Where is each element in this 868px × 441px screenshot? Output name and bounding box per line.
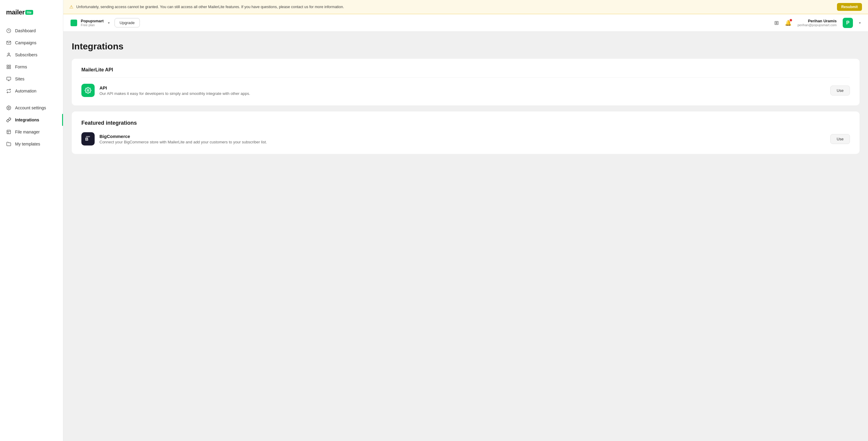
- sidebar-item-sites[interactable]: Sites: [0, 73, 63, 85]
- mailerlite-api-card-title: MailerLite API: [82, 67, 850, 78]
- campaigns-icon: [6, 40, 11, 45]
- sidebar-item-dashboard-label: Dashboard: [15, 28, 36, 33]
- featured-integrations-title: Featured integrations: [82, 120, 850, 126]
- sidebar-item-automation-label: Automation: [15, 89, 36, 93]
- sidebar-item-my-templates-label: My templates: [15, 141, 40, 147]
- svg-rect-3: [7, 65, 8, 67]
- sidebar-item-file-manager-label: File manager: [15, 129, 40, 134]
- svg-rect-7: [7, 77, 10, 80]
- my-templates-icon: [6, 141, 11, 147]
- bigcommerce-use-button[interactable]: Use: [830, 134, 850, 144]
- integrations-icon: [6, 117, 11, 123]
- sidebar-item-forms-label: Forms: [15, 64, 27, 69]
- svg-point-14: [87, 90, 89, 91]
- workspace-name: Popupsmart: [81, 19, 104, 23]
- automation-icon: [6, 88, 11, 94]
- svg-point-10: [8, 107, 9, 108]
- workspace-badge: [70, 20, 77, 26]
- sidebar-item-subscribers-label: Subscribers: [15, 53, 37, 57]
- notification-dot: [789, 19, 792, 21]
- user-info: Perihan Uramis perihan@popupsmart.com: [798, 19, 837, 27]
- workspace-chevron-icon[interactable]: ▾: [108, 21, 110, 25]
- svg-rect-5: [7, 67, 8, 69]
- svg-rect-11: [7, 130, 10, 134]
- sidebar-item-file-manager[interactable]: File manager: [0, 126, 63, 138]
- sidebar-item-my-templates[interactable]: My templates: [0, 138, 63, 150]
- mailerlite-api-card: MailerLite API API Our API makes it easy…: [72, 59, 860, 105]
- sidebar-item-campaigns[interactable]: Campaigns: [0, 37, 63, 49]
- svg-text:B: B: [85, 137, 89, 141]
- bigcommerce-desc: Connect your BigCommerce store with Mail…: [99, 140, 826, 144]
- account-settings-icon: [6, 105, 11, 111]
- main-area: ⚠ Unfortunately, sending access cannot b…: [63, 0, 868, 441]
- api-name: API: [99, 85, 826, 90]
- sidebar-item-integrations-label: Integrations: [15, 118, 39, 122]
- sidebar-item-automation[interactable]: Automation: [0, 85, 63, 97]
- api-icon: [82, 84, 95, 97]
- api-use-button[interactable]: Use: [830, 86, 850, 95]
- bigcommerce-info: BigCommerce Connect your BigCommerce sto…: [99, 134, 826, 144]
- bigcommerce-row: B BigCommerce Connect your BigCommerce s…: [82, 132, 850, 146]
- bigcommerce-name: BigCommerce: [99, 134, 826, 139]
- warning-icon: ⚠: [69, 4, 73, 10]
- api-integration-row: API Our API makes it easy for developers…: [82, 84, 850, 97]
- page-content: Integrations MailerLite API API Our API …: [63, 32, 868, 441]
- user-avatar[interactable]: P: [843, 18, 853, 28]
- upgrade-button[interactable]: Upgrade: [115, 18, 140, 27]
- topbar-right: ⊞ 🔔 Perihan Uramis perihan@popupsmart.co…: [774, 18, 861, 28]
- svg-rect-6: [9, 67, 10, 69]
- svg-rect-4: [9, 65, 10, 67]
- logo-text: mailer: [6, 8, 25, 16]
- logo-badge: lite: [25, 10, 33, 15]
- sidebar-item-dashboard[interactable]: Dashboard: [0, 25, 63, 37]
- sidebar: mailer lite Dashboard Campaigns Subscrib…: [0, 0, 63, 441]
- logo: mailer lite: [0, 6, 63, 25]
- sites-icon: [6, 76, 11, 82]
- sidebar-item-account-settings[interactable]: Account settings: [0, 102, 63, 114]
- banner-message: Unfortunately, sending access cannot be …: [76, 5, 834, 9]
- api-desc: Our API makes it easy for developers to …: [99, 91, 826, 96]
- bigcommerce-icon: B: [82, 132, 95, 146]
- sidebar-item-subscribers[interactable]: Subscribers: [0, 49, 63, 61]
- user-menu-chevron-icon[interactable]: ▾: [859, 21, 861, 25]
- featured-integrations-card: Featured integrations B BigCommerce Conn…: [72, 112, 860, 154]
- api-integration-info: API Our API makes it easy for developers…: [99, 85, 826, 96]
- page-title: Integrations: [72, 41, 860, 52]
- warning-banner: ⚠ Unfortunately, sending access cannot b…: [63, 0, 868, 14]
- notifications-button[interactable]: 🔔: [785, 20, 792, 26]
- forms-icon: [6, 64, 11, 70]
- file-manager-icon: [6, 129, 11, 135]
- subscribers-icon: [6, 52, 11, 58]
- sidebar-item-forms[interactable]: Forms: [0, 61, 63, 73]
- workspace-info: Popupsmart Free plan: [81, 19, 104, 27]
- user-email: perihan@popupsmart.com: [798, 23, 837, 27]
- dashboard-icon: [6, 28, 11, 33]
- user-name: Perihan Uramis: [808, 19, 837, 23]
- grid-icon[interactable]: ⊞: [774, 20, 779, 26]
- resubmit-button[interactable]: Resubmit: [837, 3, 862, 11]
- sidebar-item-campaigns-label: Campaigns: [15, 40, 36, 45]
- topbar: Popupsmart Free plan ▾ Upgrade ⊞ 🔔 Perih…: [63, 14, 868, 32]
- workspace-plan: Free plan: [81, 23, 104, 27]
- svg-point-2: [8, 53, 9, 55]
- sidebar-item-account-settings-label: Account settings: [15, 105, 46, 110]
- sidebar-item-sites-label: Sites: [15, 76, 24, 81]
- sidebar-item-integrations[interactable]: Integrations: [0, 114, 63, 126]
